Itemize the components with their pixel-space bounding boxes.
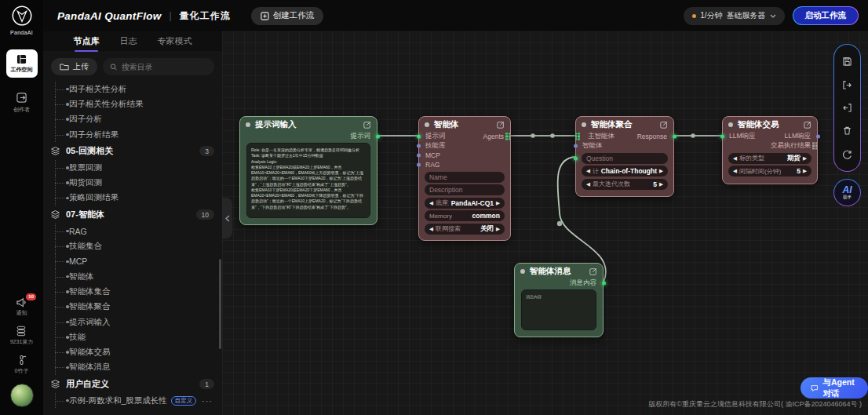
tab-node-library[interactable]: 节点库 <box>74 32 100 50</box>
tree-item[interactable]: 因子分析 <box>43 112 222 127</box>
create-workflow-button[interactable]: 创建工作流 <box>251 7 324 25</box>
server-selector[interactable]: 1/分钟 基础服务器 <box>684 7 784 25</box>
port-out-agents[interactable] <box>505 133 510 140</box>
description-field[interactable]: Description <box>425 184 505 195</box>
tree-item-custom-example[interactable]: 示例-两数求和_股票成长性 自定义 ··· <box>43 393 222 408</box>
reasoning-mode-selector[interactable]: 计 ... Chain-of-Thought <box>582 166 668 177</box>
port-out-result[interactable] <box>812 142 817 149</box>
tree-item[interactable]: 因子分析结果 <box>43 127 222 142</box>
rail-item-notifications[interactable]: 10 通知 <box>16 297 27 317</box>
port-in-llm[interactable] <box>720 135 724 139</box>
max-iterations-selector[interactable]: 最大迭代次数 5 <box>582 179 668 190</box>
port-in-agent[interactable] <box>574 144 578 148</box>
edit-icon[interactable] <box>497 121 505 129</box>
refresh-button[interactable] <box>841 148 853 160</box>
tree-item[interactable]: 股票回测 <box>43 160 222 175</box>
arrow-right-icon[interactable] <box>659 181 663 187</box>
asset-type-selector[interactable]: 标的类型 期货 <box>728 153 811 164</box>
more-menu-icon[interactable]: ··· <box>202 396 213 406</box>
message-textarea[interactable]: 消息内容 <box>521 289 596 330</box>
port-in-question[interactable] <box>574 156 578 160</box>
edge-waypoint[interactable] <box>550 133 555 138</box>
chat-with-agent-button[interactable]: 与Agent对话 <box>801 377 868 399</box>
web-search-selector[interactable]: 联网搜索 关闭 <box>425 224 505 235</box>
port-in-rag[interactable] <box>417 163 421 167</box>
workflow-canvas[interactable]: 提示词输入 提示词 Role: 你是一名资深的趋势分析专家，精通趋势反转和回撤分… <box>222 31 868 415</box>
port-out-llm[interactable] <box>816 135 820 139</box>
edge-waypoint[interactable] <box>531 133 535 138</box>
arrow-left-icon[interactable] <box>733 155 737 162</box>
user-avatar[interactable] <box>10 384 34 407</box>
arrow-left-icon[interactable] <box>586 181 590 187</box>
arrow-left-icon[interactable] <box>586 168 590 174</box>
tree-item[interactable]: 智能体集合 <box>43 284 222 299</box>
export-button[interactable] <box>841 79 853 91</box>
rail-item-bamboo[interactable]: 0竹子 <box>15 355 29 375</box>
edge-waypoint[interactable] <box>557 221 562 226</box>
node-prompt-input[interactable]: 提示词输入 提示词 Role: 你是一名资深的趋势分析专家，精通趋势反转和回撤分… <box>239 116 377 225</box>
rail-item-creator[interactable]: 创作者 <box>13 92 30 114</box>
upload-button[interactable]: 上传 <box>51 58 97 75</box>
port-out-response[interactable] <box>673 135 677 139</box>
rail-item-workspace[interactable]: 工作空间 <box>6 49 38 78</box>
port-out-prompt[interactable] <box>376 135 380 139</box>
arrow-right-icon[interactable] <box>496 200 500 206</box>
edit-icon[interactable] <box>660 121 668 129</box>
panel-collapse-handle[interactable] <box>222 198 232 238</box>
delete-button[interactable] <box>841 125 853 137</box>
tree-item[interactable]: 因子相关性分析 <box>43 82 222 96</box>
tree-item[interactable]: 智能体交易 <box>43 344 222 359</box>
tree-item[interactable]: 策略回测结果 <box>43 191 222 206</box>
arrow-left-icon[interactable] <box>429 226 433 232</box>
edit-icon[interactable] <box>363 121 371 129</box>
tree-item[interactable]: 智能体聚合 <box>43 300 222 315</box>
search-box[interactable] <box>103 58 214 75</box>
edit-icon[interactable] <box>804 121 811 129</box>
tree-item[interactable]: 智能体 <box>43 269 222 284</box>
name-field[interactable]: Name <box>425 172 505 183</box>
arrow-right-icon[interactable] <box>803 155 807 162</box>
tab-logs[interactable]: 日志 <box>120 32 137 50</box>
tree-item[interactable]: MCP <box>43 254 222 269</box>
port-in-main-agent[interactable] <box>575 133 580 140</box>
tree-item[interactable]: 提示词输入 <box>43 315 222 329</box>
edit-icon[interactable] <box>589 268 597 275</box>
pandaai-logo[interactable]: PandaAI <box>10 5 34 35</box>
tree-group-agents[interactable]: 07-智能体 10 <box>43 206 222 224</box>
port-in-mcp[interactable] <box>417 154 421 158</box>
tree-item[interactable]: 技能 <box>43 329 222 344</box>
save-button[interactable] <box>841 56 853 67</box>
interval-selector[interactable]: 间隔时间(分钟) 5 <box>728 166 811 177</box>
question-field[interactable]: Question <box>582 153 668 164</box>
tab-expert-mode[interactable]: 专家模式 <box>158 32 192 50</box>
tree-item[interactable]: 智能体消息 <box>43 360 222 375</box>
node-agent-message[interactable]: 智能体消息 消息内容 消息内容 <box>514 263 604 337</box>
port-in-skills[interactable] <box>417 144 421 148</box>
tree-group-backtest[interactable]: 05-回测相关 3 <box>43 142 222 160</box>
tree-item[interactable]: RAG <box>43 224 222 238</box>
run-workflow-button[interactable]: 启动工作流 <box>793 6 859 25</box>
arrow-right-icon[interactable] <box>803 168 807 174</box>
port-in-prompt[interactable] <box>417 135 421 139</box>
tree-group-custom[interactable]: 用户自定义 1 <box>43 375 222 393</box>
rail-item-compute[interactable]: 9231算力 <box>10 326 34 346</box>
node-agent-trade[interactable]: 智能体交易 LLM响应 LLM响应 交易执行结果 标的类型 期货 <box>722 116 818 184</box>
search-input[interactable] <box>122 63 207 71</box>
port-out-content[interactable] <box>602 282 606 286</box>
tree-item[interactable]: 技能集合 <box>43 238 222 253</box>
arrow-right-icon[interactable] <box>496 226 500 232</box>
node-agent-aggregate[interactable]: 智能体聚合 主智能体 Response 智能体 Question <box>575 116 674 197</box>
panel-scrollbar[interactable] <box>219 259 221 349</box>
import-button[interactable] <box>841 102 853 114</box>
memory-field[interactable]: Memory common <box>425 210 505 221</box>
base-model-selector[interactable]: 底座大.. PandaAI-CQ1 <box>425 198 505 209</box>
arrow-left-icon[interactable] <box>733 168 737 174</box>
node-agent[interactable]: 智能体 提示词 Agents 技能库 MCP <box>418 116 511 241</box>
arrow-left-icon[interactable] <box>429 200 433 206</box>
arrow-right-icon[interactable] <box>659 168 663 174</box>
edge-waypoint[interactable] <box>691 133 695 138</box>
tree-item[interactable]: 因子相关性分析结果 <box>43 96 222 111</box>
prompt-textarea[interactable]: Role: 你是一名资深的趋势分析专家，精通趋势反转和回撤分析 Task: 诊断… <box>246 143 370 218</box>
ai-assistant-button[interactable]: AI 助手 <box>833 179 861 206</box>
tree-item[interactable]: 期货回测 <box>43 175 222 190</box>
